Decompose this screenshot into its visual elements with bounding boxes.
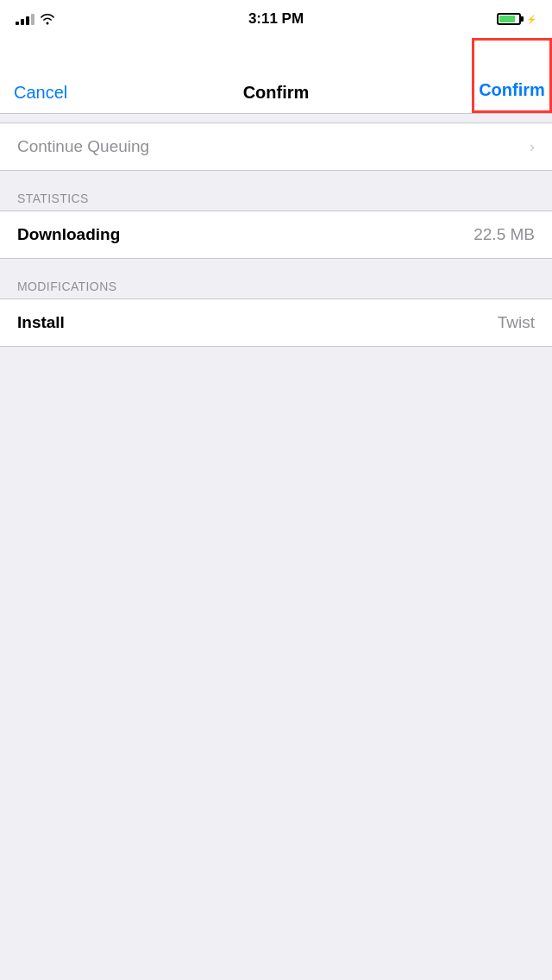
downloading-label: Downloading <box>17 225 120 244</box>
bolt-icon: ⚡ <box>526 15 536 24</box>
signal-icon <box>16 13 34 25</box>
bottom-area <box>0 347 552 778</box>
wifi-icon <box>40 13 55 25</box>
nav-bar: Cancel Confirm Confirm <box>0 38 552 114</box>
install-row: Install Twist <box>0 298 552 347</box>
downloading-row: Downloading 22.5 MB <box>0 210 552 259</box>
status-left <box>16 13 55 25</box>
cancel-button[interactable]: Cancel <box>14 83 67 103</box>
modifications-header: MODIFICATIONS <box>0 267 552 298</box>
downloading-value: 22.5 MB <box>474 225 535 244</box>
status-right: ⚡ <box>497 13 536 25</box>
continue-queuing-row[interactable]: Continue Queuing › <box>0 122 552 171</box>
status-bar: 3:11 PM ⚡ <box>0 0 552 38</box>
chevron-right-icon: › <box>530 138 535 156</box>
confirm-button[interactable]: Confirm <box>472 38 552 113</box>
section-spacer-top <box>0 114 552 122</box>
continue-queuing-label: Continue Queuing <box>17 137 149 156</box>
install-value: Twist <box>498 313 535 332</box>
battery-icon <box>497 13 521 25</box>
nav-title: Confirm <box>243 83 310 103</box>
statistics-spacer <box>0 171 552 179</box>
statistics-header: STATISTICS <box>0 179 552 210</box>
install-label: Install <box>17 313 65 332</box>
battery-fill <box>499 16 515 22</box>
modifications-spacer <box>0 259 552 267</box>
status-time: 3:11 PM <box>248 10 304 28</box>
